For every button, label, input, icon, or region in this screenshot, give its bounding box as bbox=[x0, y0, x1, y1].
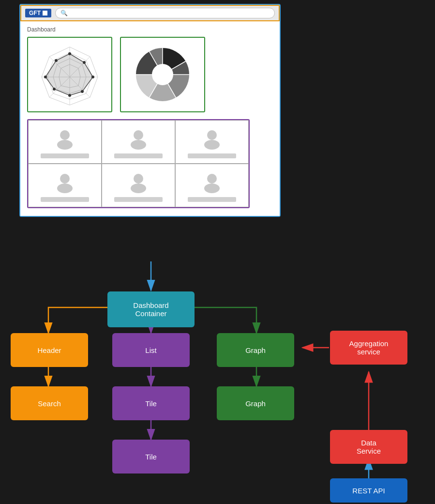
list-box: List bbox=[112, 333, 190, 367]
tile-cell-6 bbox=[175, 164, 249, 207]
data-service-label: Data Service bbox=[357, 439, 381, 455]
logo-text: GFT bbox=[29, 10, 41, 16]
dashboard-container-label: Dashboard Container bbox=[133, 301, 168, 318]
svg-point-29 bbox=[60, 130, 70, 140]
graph2-box: Graph bbox=[217, 386, 294, 420]
tile2-box: Tile bbox=[112, 440, 190, 473]
search-icon: 🔍 bbox=[60, 10, 68, 16]
dashboard-label: Dashboard bbox=[27, 26, 273, 33]
avatar-bar-6 bbox=[188, 197, 236, 202]
svg-point-39 bbox=[207, 174, 217, 183]
tile2-label: Tile bbox=[145, 453, 157, 461]
graph2-label: Graph bbox=[245, 399, 266, 408]
avatar-icon-1 bbox=[53, 126, 76, 150]
data-service-box: Data Service bbox=[330, 430, 407, 464]
svg-point-15 bbox=[91, 76, 94, 78]
tile-cell-3 bbox=[175, 120, 249, 164]
graph1-box: Graph bbox=[217, 333, 294, 367]
avatar-icon-5 bbox=[127, 170, 150, 193]
browser-toolbar: GFT 🔍 bbox=[20, 5, 280, 21]
tile1-label: Tile bbox=[145, 399, 157, 408]
tile-cell-1 bbox=[28, 120, 102, 164]
logo-square bbox=[43, 11, 47, 15]
svg-point-16 bbox=[81, 90, 84, 93]
svg-point-32 bbox=[131, 140, 146, 150]
avatar-icon-4 bbox=[53, 170, 76, 193]
avatar-bar-2 bbox=[114, 153, 163, 158]
avatar-bar-5 bbox=[114, 197, 163, 202]
list-label: List bbox=[145, 346, 156, 354]
browser-logo: GFT bbox=[25, 9, 51, 17]
tiles-grid bbox=[27, 119, 250, 208]
tile-cell-4 bbox=[28, 164, 102, 207]
avatar-bar-3 bbox=[188, 153, 236, 158]
avatar-bar-1 bbox=[41, 153, 89, 158]
dashboard-container-box: Dashboard Container bbox=[107, 291, 195, 327]
tile-cell-2 bbox=[102, 120, 175, 164]
search-box: Search bbox=[11, 386, 88, 420]
pie-chart bbox=[129, 43, 196, 106]
aggregation-service-label: Aggregation service bbox=[349, 339, 389, 356]
header-label: Header bbox=[37, 346, 61, 354]
svg-point-19 bbox=[44, 76, 47, 78]
arrows-svg bbox=[0, 261, 435, 504]
pie-chart-box bbox=[120, 37, 205, 112]
svg-point-17 bbox=[68, 94, 71, 97]
svg-point-36 bbox=[57, 183, 73, 193]
svg-point-14 bbox=[83, 61, 86, 64]
svg-point-37 bbox=[134, 174, 143, 183]
svg-point-40 bbox=[204, 183, 220, 193]
dashboard-content: Dashboard bbox=[20, 21, 280, 216]
tile-cell-5 bbox=[102, 164, 175, 207]
avatar-icon-2 bbox=[127, 126, 150, 150]
svg-point-13 bbox=[68, 52, 71, 55]
svg-point-20 bbox=[55, 59, 58, 62]
header-box: Header bbox=[11, 333, 88, 367]
svg-point-31 bbox=[134, 130, 143, 140]
graph1-label: Graph bbox=[245, 346, 266, 354]
browser-searchbar[interactable]: 🔍 bbox=[55, 8, 275, 18]
radar-chart-box bbox=[27, 37, 112, 112]
svg-point-18 bbox=[53, 88, 56, 91]
tile1-box: Tile bbox=[112, 386, 190, 420]
svg-point-35 bbox=[60, 174, 70, 183]
browser-window: GFT 🔍 Dashboard bbox=[19, 4, 281, 217]
svg-point-33 bbox=[207, 130, 217, 140]
search-label: Search bbox=[38, 399, 61, 408]
rest-api-box: REST API bbox=[330, 478, 407, 503]
arch-diagram: Dashboard Container Header Search List T… bbox=[0, 261, 435, 504]
svg-point-30 bbox=[57, 140, 73, 150]
svg-point-38 bbox=[131, 183, 146, 193]
svg-point-34 bbox=[204, 140, 220, 150]
charts-row bbox=[27, 37, 273, 112]
avatar-bar-4 bbox=[41, 197, 89, 202]
aggregation-service-box: Aggregation service bbox=[330, 331, 407, 365]
avatar-icon-3 bbox=[200, 126, 224, 150]
radar-chart bbox=[36, 43, 104, 106]
rest-api-label: REST API bbox=[352, 487, 385, 495]
avatar-icon-6 bbox=[200, 170, 224, 193]
